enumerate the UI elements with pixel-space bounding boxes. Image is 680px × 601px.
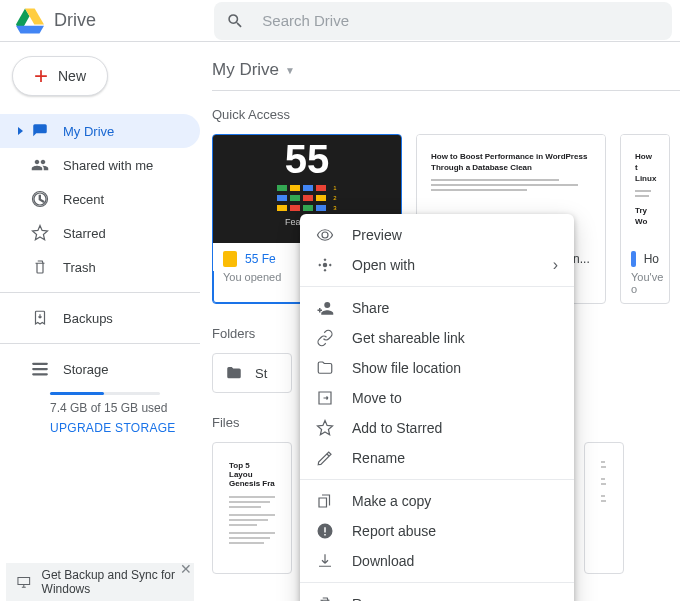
sidebar-item-storage[interactable]: Storage (0, 352, 200, 386)
menu-item-label: Preview (352, 227, 402, 243)
storage-meter: 7.4 GB of 15 GB used UPGRADE STORAGE (0, 386, 200, 435)
sidebar-item-shared[interactable]: Shared with me (0, 148, 200, 182)
sidebar-item-recent[interactable]: Recent (0, 182, 200, 216)
drive-logo-icon (16, 7, 44, 35)
plus-icon: + (34, 64, 48, 88)
file-card[interactable]: Top 5 Layou Genesis Fra (212, 442, 292, 574)
new-button[interactable]: + New (12, 56, 108, 96)
thumbnail (585, 443, 623, 573)
menu-item-label: Download (352, 553, 414, 569)
menu-item-label: Move to (352, 390, 402, 406)
monitor-icon (16, 573, 32, 591)
menu-item-preview[interactable]: Preview (300, 220, 574, 250)
banner-text: Get Backup and Sync for Windows (42, 568, 186, 596)
folder-name: St (255, 366, 267, 381)
menu-item-label: Rename (352, 450, 405, 466)
menu-item-label: Remove (352, 596, 404, 601)
folder-icon (225, 364, 243, 382)
backup-sync-banner[interactable]: Get Backup and Sync for Windows ✕ (6, 563, 194, 601)
sidebar-item-label: Shared with me (63, 158, 153, 173)
thumbnail: How t Linux Try Wo (621, 135, 669, 243)
sidebar-item-mydrive[interactable]: My Drive (0, 114, 200, 148)
menu-item-location[interactable]: Show file location (300, 353, 574, 383)
file-subtext: You've o (621, 271, 669, 303)
search-input[interactable] (262, 12, 660, 29)
search-bar[interactable] (214, 2, 672, 40)
menu-item-label: Add to Starred (352, 420, 442, 436)
drive-logo[interactable]: Drive (16, 7, 96, 35)
alert-icon (316, 522, 334, 540)
expand-icon (18, 127, 23, 135)
close-icon[interactable]: ✕ (180, 561, 192, 577)
menu-item-moveto[interactable]: Move to (300, 383, 574, 413)
section-quick-access: Quick Access (212, 107, 680, 122)
menu-item-label: Make a copy (352, 493, 431, 509)
menu-item-label: Show file location (352, 360, 461, 376)
sidebar-item-label: My Drive (63, 124, 114, 139)
sidebar-item-backups[interactable]: Backups (0, 301, 200, 335)
storage-icon (31, 360, 49, 378)
mydrive-icon (31, 122, 49, 140)
folder-card[interactable]: St (212, 353, 292, 393)
pencil-icon (316, 449, 334, 467)
thumbnail: Top 5 Layou Genesis Fra (213, 443, 291, 573)
breadcrumb[interactable]: My Drive ▼ (212, 60, 680, 91)
sidebar-item-starred[interactable]: Starred (0, 216, 200, 250)
menu-item-copy[interactable]: Make a copy (300, 486, 574, 516)
sidebar-item-label: Starred (63, 226, 106, 241)
search-icon (226, 11, 244, 31)
chevron-right-icon: › (553, 256, 558, 274)
menu-item-label: Report abuse (352, 523, 436, 539)
folder-icon (316, 359, 334, 377)
menu-item-report[interactable]: Report abuse (300, 516, 574, 546)
sidebar-item-trash[interactable]: Trash (0, 250, 200, 284)
menu-item-label: Share (352, 300, 389, 316)
docs-icon (631, 251, 636, 267)
sidebar-item-label: Storage (63, 362, 109, 377)
file-name: Ho (644, 252, 659, 266)
menu-item-rename[interactable]: Rename (300, 443, 574, 473)
menu-item-openwith[interactable]: Open with› (300, 250, 574, 280)
move-cross-icon (316, 256, 334, 274)
person-plus-icon (316, 299, 334, 317)
new-button-label: New (58, 68, 86, 84)
menu-item-remove[interactable]: Remove (300, 589, 574, 601)
star-icon (316, 419, 334, 437)
file-name: 55 Fe (245, 252, 276, 266)
sidebar-item-label: Recent (63, 192, 104, 207)
star-icon (31, 224, 49, 242)
shared-icon (31, 156, 49, 174)
file-card[interactable] (584, 442, 624, 574)
sidebar-item-label: Trash (63, 260, 96, 275)
copy-icon (316, 492, 334, 510)
chevron-down-icon: ▼ (285, 65, 295, 76)
menu-item-label: Open with (352, 257, 415, 273)
slides-icon (223, 251, 237, 267)
menu-item-star[interactable]: Add to Starred (300, 413, 574, 443)
menu-item-share[interactable]: Share (300, 293, 574, 323)
menu-item-download[interactable]: Download (300, 546, 574, 576)
trash-icon (316, 595, 334, 601)
sidebar-item-label: Backups (63, 311, 113, 326)
backup-icon (31, 309, 49, 327)
move-to-icon (316, 389, 334, 407)
sidebar: + New My Drive Shared with me Recent (0, 42, 200, 601)
trash-icon (31, 258, 49, 276)
storage-used-text: 7.4 GB of 15 GB used (50, 401, 200, 415)
upgrade-storage-link[interactable]: UPGRADE STORAGE (50, 421, 200, 435)
context-menu: PreviewOpen with›ShareGet shareable link… (300, 214, 574, 601)
product-name: Drive (54, 10, 96, 31)
recent-icon (31, 190, 49, 208)
quick-access-card[interactable]: How t Linux Try Wo Ho You've o (620, 134, 670, 304)
download-icon (316, 552, 334, 570)
menu-item-link[interactable]: Get shareable link (300, 323, 574, 353)
storage-bar (50, 392, 160, 395)
menu-item-label: Get shareable link (352, 330, 465, 346)
breadcrumb-label: My Drive (212, 60, 279, 80)
eye-icon (316, 226, 334, 244)
link-icon (316, 329, 334, 347)
top-bar: Drive (0, 0, 680, 42)
